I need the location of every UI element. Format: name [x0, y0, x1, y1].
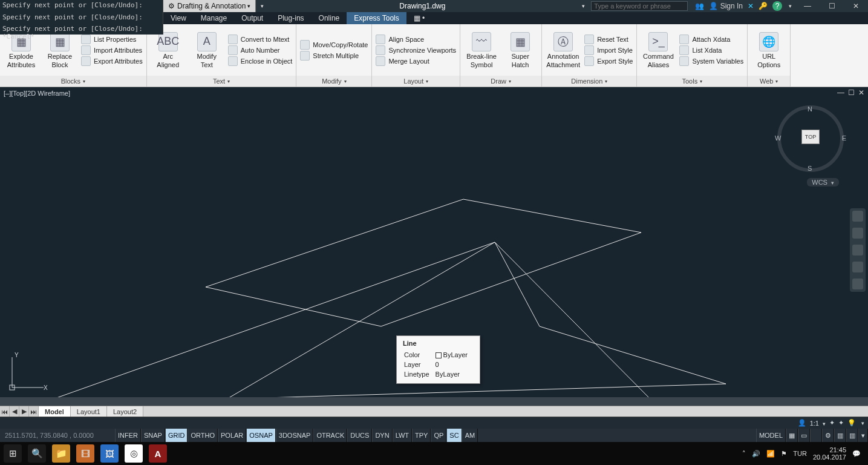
annotation-scale[interactable]: 1:1 ▾ — [810, 420, 826, 427]
ribbon-stretch-multiple-button[interactable]: Stretch Multiple — [300, 51, 368, 61]
viewcube-e[interactable]: E — [842, 134, 846, 142]
anno-dd[interactable]: ▾ — [860, 420, 864, 426]
status-toggle-snap[interactable]: SNAP — [141, 429, 165, 442]
tray-clock[interactable]: 21:45 20.04.2017 — [813, 446, 846, 461]
status-toggle-grid[interactable]: GRID — [165, 429, 188, 442]
tray-network-icon[interactable]: 📶 — [766, 450, 775, 458]
status-icon-3[interactable]: ▥ — [834, 429, 846, 442]
help-icon[interactable]: ? — [772, 1, 782, 11]
anno-icon-3[interactable]: 💡 — [847, 419, 856, 427]
ribbon-panel-title[interactable]: Text ▾ — [147, 76, 296, 87]
ribbon-merge-layout-button[interactable]: Merge Layout — [376, 56, 456, 66]
anno-icon-2[interactable]: ✦ — [838, 419, 844, 427]
status-icon-2[interactable]: ▭ — [798, 429, 810, 442]
maximize-button[interactable]: ☐ — [820, 0, 844, 12]
status-icon-1[interactable]: ▦ — [786, 429, 798, 442]
anno-people-icon[interactable]: 👤 — [798, 419, 806, 427]
tray-volume-icon[interactable]: 🔊 — [752, 450, 760, 458]
horizontal-scrollbar[interactable] — [0, 397, 868, 406]
qat-dropdown[interactable]: ▾ — [256, 0, 267, 12]
drawing-canvas[interactable]: [–][Top][2D Wireframe] — ☐ ✕ — [0, 87, 868, 406]
taskbar-search[interactable]: 🔍 — [28, 444, 46, 463]
ribbon-convert-to-mtext-button[interactable]: Convert to Mtext — [228, 35, 293, 44]
layout-tab-model[interactable]: Model — [39, 406, 71, 417]
ribbon-export-style-button[interactable]: Export Style — [584, 56, 633, 66]
status-icon-gear[interactable]: ⚙ — [822, 429, 834, 442]
menu-tab-view[interactable]: View — [163, 12, 194, 24]
people-icon[interactable]: 👥 — [695, 2, 704, 10]
ribbon-break-line-button[interactable]: 〰Break-lineSymbol — [464, 32, 499, 68]
minimize-button[interactable]: — — [795, 0, 820, 12]
title-dd[interactable]: ▾ — [578, 0, 587, 12]
ribbon-list-xdata-button[interactable]: List Xdata — [679, 45, 743, 55]
menu-tab-manage[interactable]: Manage — [194, 12, 234, 24]
ribbon-enclose-in-object-button[interactable]: Enclose in Object — [228, 56, 293, 66]
ribbon-url-button[interactable]: 🌐URLOptions — [751, 32, 786, 68]
nav-showmotion-icon[interactable] — [852, 279, 863, 289]
search-input[interactable] — [591, 1, 688, 11]
ribbon-export-attributes-button[interactable]: Export Attributes — [81, 56, 143, 66]
ribbon-panel-title[interactable]: Draw ▾ — [460, 76, 541, 87]
menu-tab-express-tools[interactable]: Express Tools — [347, 12, 406, 24]
tray-notifications-icon[interactable]: 💬 — [852, 450, 861, 458]
tab-nav-last[interactable]: ⏭ — [29, 406, 39, 417]
viewcube-s[interactable]: S — [808, 165, 812, 172]
model-space-button[interactable]: MODEL — [756, 429, 786, 442]
status-toggle-ducs[interactable]: DUCS — [347, 429, 372, 442]
start-button[interactable]: ⊞ — [4, 444, 22, 463]
status-toggle-am[interactable]: AM — [462, 429, 478, 442]
tray-up-icon[interactable]: ˄ — [742, 450, 746, 458]
status-toggle-ortho[interactable]: ORTHO — [188, 429, 218, 442]
ribbon-import-attributes-button[interactable]: Import Attributes — [81, 45, 143, 55]
taskbar-photos[interactable]: 🖼 — [100, 444, 119, 463]
navigation-bar[interactable] — [850, 208, 866, 292]
taskbar-autocad[interactable]: A — [149, 444, 167, 463]
anno-icon-1[interactable]: ✦ — [829, 419, 835, 427]
viewcube-face[interactable]: TOP — [801, 130, 820, 144]
status-toggle-osnap[interactable]: OSNAP — [246, 429, 276, 442]
nav-pan-icon[interactable] — [852, 228, 863, 239]
key-icon[interactable]: 🔑 — [759, 2, 768, 10]
ribbon-panel-title[interactable]: Blocks ▾ — [0, 76, 146, 87]
status-toggle-infer[interactable]: INFER — [115, 429, 141, 442]
ribbon-list-properties-button[interactable]: List Properties — [81, 35, 143, 44]
menu-tab-extra[interactable]: ▦ • — [406, 12, 432, 24]
ribbon-panel-title[interactable]: Layout ▾ — [372, 76, 460, 87]
status-icon-4[interactable]: ▥ — [846, 429, 858, 442]
status-toggle-3dosnap[interactable]: 3DOSNAP — [276, 429, 314, 442]
ribbon-auto-number-button[interactable]: Auto Number — [228, 45, 293, 55]
taskbar-chrome[interactable]: ◎ — [125, 444, 143, 463]
layout-tab-layout2[interactable]: Layout2 — [107, 406, 143, 417]
tab-nav-next[interactable]: ▶ — [19, 406, 29, 417]
status-toggle-otrack[interactable]: OTRACK — [313, 429, 347, 442]
status-toggle-qp[interactable]: QP — [431, 429, 446, 442]
status-tray-dd[interactable]: ▾ — [858, 429, 868, 442]
help-dd[interactable]: ▾ — [787, 3, 792, 9]
ribbon-panel-title[interactable]: Modify ▾ — [296, 76, 371, 87]
tab-nav-prev[interactable]: ◀ — [10, 406, 19, 417]
menu-tab-plug-ins[interactable]: Plug-ins — [270, 12, 311, 24]
ribbon-reset-text-button[interactable]: Reset Text — [584, 35, 633, 44]
taskbar-movies[interactable]: 🎞 — [76, 444, 94, 463]
menu-tab-output[interactable]: Output — [234, 12, 270, 24]
close-button[interactable]: ✕ — [844, 0, 868, 12]
view-cube[interactable]: TOP N E S W — [777, 105, 844, 172]
ribbon-arc-button[interactable]: ABCArcAligned — [151, 32, 186, 68]
ribbon-import-style-button[interactable]: Import Style — [584, 45, 633, 55]
status-toggle-sc[interactable]: SC — [446, 429, 462, 442]
signin-button[interactable]: 👤 Sign In — [709, 2, 743, 10]
exchange-icon[interactable]: ✕ — [748, 2, 754, 10]
nav-wheel-icon[interactable] — [852, 211, 863, 222]
ribbon-modify-button[interactable]: AModifyText — [189, 32, 224, 68]
ribbon-panel-title[interactable]: Dimension ▾ — [542, 76, 636, 87]
tray-action-icon[interactable]: ⚑ — [781, 450, 787, 458]
ribbon-attach-xdata-button[interactable]: Attach Xdata — [679, 35, 743, 44]
status-toggle-lwt[interactable]: LWT — [393, 429, 412, 442]
ribbon-synchronize-viewports-button[interactable]: Synchronize Viewports — [376, 45, 456, 55]
ribbon-system-variables-button[interactable]: System Variables — [679, 56, 743, 66]
ribbon-annotation-button[interactable]: ⒶAnnotationAttachment — [546, 32, 581, 68]
wcs-label[interactable]: WCS ▾ — [807, 178, 839, 186]
taskbar-explorer[interactable]: 📁 — [52, 444, 70, 463]
ribbon-command-button[interactable]: >_CommandAliases — [641, 32, 676, 68]
nav-orbit-icon[interactable] — [852, 262, 863, 272]
